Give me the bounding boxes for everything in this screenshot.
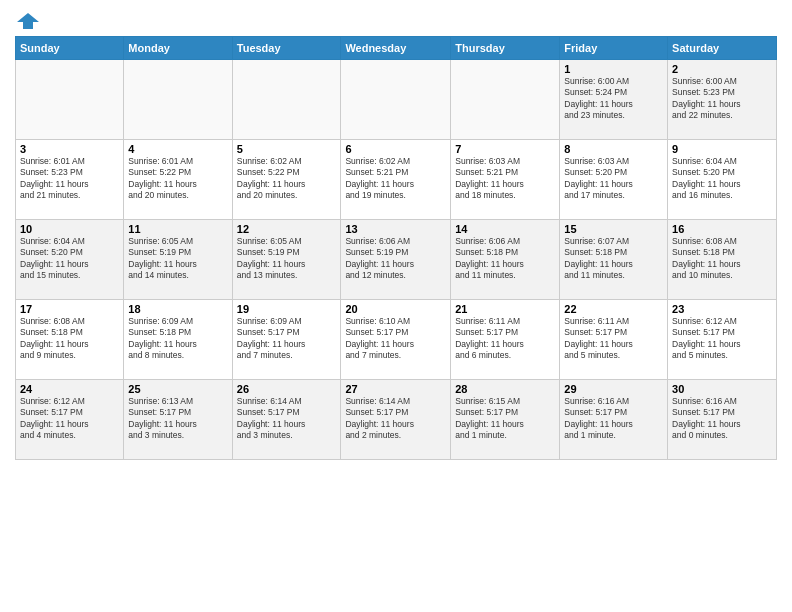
day-number: 23	[672, 303, 772, 315]
day-number: 3	[20, 143, 119, 155]
calendar-cell: 12Sunrise: 6:05 AM Sunset: 5:19 PM Dayli…	[232, 220, 341, 300]
day-info: Sunrise: 6:06 AM Sunset: 5:19 PM Dayligh…	[345, 236, 446, 282]
calendar-cell: 1Sunrise: 6:00 AM Sunset: 5:24 PM Daylig…	[560, 60, 668, 140]
day-number: 12	[237, 223, 337, 235]
day-info: Sunrise: 6:00 AM Sunset: 5:24 PM Dayligh…	[564, 76, 663, 122]
day-info: Sunrise: 6:16 AM Sunset: 5:17 PM Dayligh…	[564, 396, 663, 442]
day-info: Sunrise: 6:03 AM Sunset: 5:21 PM Dayligh…	[455, 156, 555, 202]
day-number: 7	[455, 143, 555, 155]
day-info: Sunrise: 6:11 AM Sunset: 5:17 PM Dayligh…	[455, 316, 555, 362]
day-info: Sunrise: 6:14 AM Sunset: 5:17 PM Dayligh…	[237, 396, 337, 442]
day-number: 24	[20, 383, 119, 395]
day-number: 17	[20, 303, 119, 315]
calendar-cell: 7Sunrise: 6:03 AM Sunset: 5:21 PM Daylig…	[451, 140, 560, 220]
day-number: 21	[455, 303, 555, 315]
calendar-cell: 2Sunrise: 6:00 AM Sunset: 5:23 PM Daylig…	[668, 60, 777, 140]
calendar-cell	[451, 60, 560, 140]
calendar-cell: 9Sunrise: 6:04 AM Sunset: 5:20 PM Daylig…	[668, 140, 777, 220]
week-row-5: 24Sunrise: 6:12 AM Sunset: 5:17 PM Dayli…	[16, 380, 777, 460]
calendar-cell: 14Sunrise: 6:06 AM Sunset: 5:18 PM Dayli…	[451, 220, 560, 300]
calendar-cell: 13Sunrise: 6:06 AM Sunset: 5:19 PM Dayli…	[341, 220, 451, 300]
calendar-cell: 23Sunrise: 6:12 AM Sunset: 5:17 PM Dayli…	[668, 300, 777, 380]
day-number: 16	[672, 223, 772, 235]
calendar-cell: 8Sunrise: 6:03 AM Sunset: 5:20 PM Daylig…	[560, 140, 668, 220]
logo-bird-icon	[17, 10, 39, 32]
day-info: Sunrise: 6:02 AM Sunset: 5:21 PM Dayligh…	[345, 156, 446, 202]
weekday-header-row: SundayMondayTuesdayWednesdayThursdayFrid…	[16, 37, 777, 60]
day-info: Sunrise: 6:11 AM Sunset: 5:17 PM Dayligh…	[564, 316, 663, 362]
calendar-cell: 16Sunrise: 6:08 AM Sunset: 5:18 PM Dayli…	[668, 220, 777, 300]
day-info: Sunrise: 6:08 AM Sunset: 5:18 PM Dayligh…	[672, 236, 772, 282]
calendar-cell: 24Sunrise: 6:12 AM Sunset: 5:17 PM Dayli…	[16, 380, 124, 460]
day-info: Sunrise: 6:15 AM Sunset: 5:17 PM Dayligh…	[455, 396, 555, 442]
day-info: Sunrise: 6:00 AM Sunset: 5:23 PM Dayligh…	[672, 76, 772, 122]
day-info: Sunrise: 6:08 AM Sunset: 5:18 PM Dayligh…	[20, 316, 119, 362]
week-row-3: 10Sunrise: 6:04 AM Sunset: 5:20 PM Dayli…	[16, 220, 777, 300]
calendar-cell	[16, 60, 124, 140]
calendar-cell: 25Sunrise: 6:13 AM Sunset: 5:17 PM Dayli…	[124, 380, 232, 460]
day-number: 28	[455, 383, 555, 395]
calendar-cell: 20Sunrise: 6:10 AM Sunset: 5:17 PM Dayli…	[341, 300, 451, 380]
calendar-cell: 27Sunrise: 6:14 AM Sunset: 5:17 PM Dayli…	[341, 380, 451, 460]
calendar-cell: 28Sunrise: 6:15 AM Sunset: 5:17 PM Dayli…	[451, 380, 560, 460]
day-number: 29	[564, 383, 663, 395]
day-number: 4	[128, 143, 227, 155]
day-number: 2	[672, 63, 772, 75]
day-number: 18	[128, 303, 227, 315]
day-number: 26	[237, 383, 337, 395]
day-number: 19	[237, 303, 337, 315]
day-number: 14	[455, 223, 555, 235]
weekday-header-tuesday: Tuesday	[232, 37, 341, 60]
day-number: 10	[20, 223, 119, 235]
day-info: Sunrise: 6:01 AM Sunset: 5:23 PM Dayligh…	[20, 156, 119, 202]
day-info: Sunrise: 6:10 AM Sunset: 5:17 PM Dayligh…	[345, 316, 446, 362]
day-number: 22	[564, 303, 663, 315]
calendar-cell: 10Sunrise: 6:04 AM Sunset: 5:20 PM Dayli…	[16, 220, 124, 300]
day-info: Sunrise: 6:09 AM Sunset: 5:17 PM Dayligh…	[237, 316, 337, 362]
day-info: Sunrise: 6:01 AM Sunset: 5:22 PM Dayligh…	[128, 156, 227, 202]
calendar-table: SundayMondayTuesdayWednesdayThursdayFrid…	[15, 36, 777, 460]
day-info: Sunrise: 6:07 AM Sunset: 5:18 PM Dayligh…	[564, 236, 663, 282]
day-number: 8	[564, 143, 663, 155]
calendar-cell: 15Sunrise: 6:07 AM Sunset: 5:18 PM Dayli…	[560, 220, 668, 300]
week-row-1: 1Sunrise: 6:00 AM Sunset: 5:24 PM Daylig…	[16, 60, 777, 140]
week-row-4: 17Sunrise: 6:08 AM Sunset: 5:18 PM Dayli…	[16, 300, 777, 380]
calendar-cell: 4Sunrise: 6:01 AM Sunset: 5:22 PM Daylig…	[124, 140, 232, 220]
weekday-header-wednesday: Wednesday	[341, 37, 451, 60]
calendar-cell: 22Sunrise: 6:11 AM Sunset: 5:17 PM Dayli…	[560, 300, 668, 380]
day-info: Sunrise: 6:04 AM Sunset: 5:20 PM Dayligh…	[672, 156, 772, 202]
calendar-cell: 11Sunrise: 6:05 AM Sunset: 5:19 PM Dayli…	[124, 220, 232, 300]
day-info: Sunrise: 6:05 AM Sunset: 5:19 PM Dayligh…	[237, 236, 337, 282]
day-number: 9	[672, 143, 772, 155]
day-info: Sunrise: 6:13 AM Sunset: 5:17 PM Dayligh…	[128, 396, 227, 442]
calendar-cell: 5Sunrise: 6:02 AM Sunset: 5:22 PM Daylig…	[232, 140, 341, 220]
day-info: Sunrise: 6:03 AM Sunset: 5:20 PM Dayligh…	[564, 156, 663, 202]
day-number: 11	[128, 223, 227, 235]
day-number: 15	[564, 223, 663, 235]
calendar-cell	[124, 60, 232, 140]
day-info: Sunrise: 6:02 AM Sunset: 5:22 PM Dayligh…	[237, 156, 337, 202]
page: SundayMondayTuesdayWednesdayThursdayFrid…	[0, 0, 792, 470]
calendar-cell: 19Sunrise: 6:09 AM Sunset: 5:17 PM Dayli…	[232, 300, 341, 380]
calendar-cell: 30Sunrise: 6:16 AM Sunset: 5:17 PM Dayli…	[668, 380, 777, 460]
calendar-cell	[232, 60, 341, 140]
day-info: Sunrise: 6:06 AM Sunset: 5:18 PM Dayligh…	[455, 236, 555, 282]
week-row-2: 3Sunrise: 6:01 AM Sunset: 5:23 PM Daylig…	[16, 140, 777, 220]
calendar-cell: 6Sunrise: 6:02 AM Sunset: 5:21 PM Daylig…	[341, 140, 451, 220]
weekday-header-sunday: Sunday	[16, 37, 124, 60]
day-number: 6	[345, 143, 446, 155]
day-info: Sunrise: 6:16 AM Sunset: 5:17 PM Dayligh…	[672, 396, 772, 442]
calendar-cell: 17Sunrise: 6:08 AM Sunset: 5:18 PM Dayli…	[16, 300, 124, 380]
day-info: Sunrise: 6:12 AM Sunset: 5:17 PM Dayligh…	[20, 396, 119, 442]
day-info: Sunrise: 6:12 AM Sunset: 5:17 PM Dayligh…	[672, 316, 772, 362]
calendar-cell	[341, 60, 451, 140]
svg-marker-0	[17, 13, 39, 29]
day-number: 30	[672, 383, 772, 395]
day-number: 27	[345, 383, 446, 395]
day-number: 1	[564, 63, 663, 75]
day-number: 25	[128, 383, 227, 395]
day-info: Sunrise: 6:04 AM Sunset: 5:20 PM Dayligh…	[20, 236, 119, 282]
day-number: 5	[237, 143, 337, 155]
calendar-cell: 26Sunrise: 6:14 AM Sunset: 5:17 PM Dayli…	[232, 380, 341, 460]
weekday-header-thursday: Thursday	[451, 37, 560, 60]
